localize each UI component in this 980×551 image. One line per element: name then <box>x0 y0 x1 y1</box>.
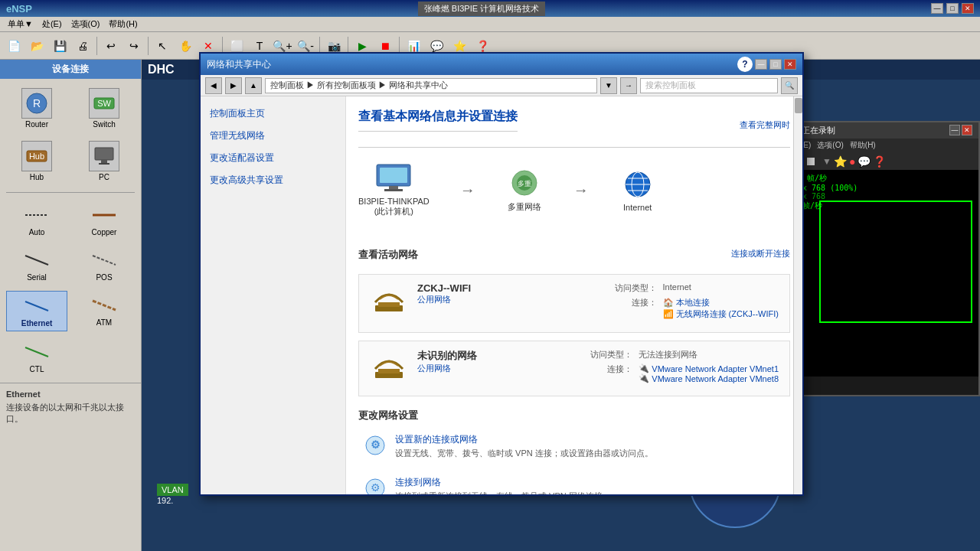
svg-line-11 <box>25 256 48 265</box>
connect-network-title[interactable]: 连接到网络 <box>395 476 786 489</box>
cp-close-button[interactable]: ✕ <box>784 59 796 70</box>
recording-star[interactable]: ⭐ <box>834 155 847 168</box>
change-item-new-connection[interactable]: ⚙ 设置新的连接或网络 设置无线、宽带、拨号、临时或 VPN 连接；或设置路由器… <box>358 429 790 464</box>
diagram-arrow1: → <box>460 181 475 199</box>
menu-item-help[interactable]: 帮助(H) <box>104 17 142 31</box>
svg-rect-6 <box>95 148 113 160</box>
up-button[interactable]: ▲ <box>245 77 262 94</box>
recording-minimize[interactable]: — <box>949 125 960 135</box>
ethernet-info-title: Ethernet <box>6 390 135 399</box>
title-bar-right: — □ ✕ <box>931 3 974 14</box>
nav-home[interactable]: 控制面板主页 <box>201 103 345 125</box>
ethernet-label: Ethernet <box>21 319 53 328</box>
search-box[interactable]: 搜索控制面板 <box>640 78 778 93</box>
refresh-button[interactable]: ▼ <box>600 77 617 94</box>
sidebar: 设备连接 R Router SW Switch Hub <box>0 60 142 551</box>
maximize-button[interactable]: □ <box>946 3 959 14</box>
app-logo: eNSP <box>6 3 32 15</box>
conn-pos[interactable]: POS <box>74 246 135 285</box>
address-bar: ◀ ▶ ▲ 控制面板 ▶ 所有控制面板项 ▶ 网络和共享中心 ▼ → 搜索控制面… <box>201 75 802 96</box>
cp-maximize-button[interactable]: □ <box>769 59 782 70</box>
close-button[interactable]: ✕ <box>962 3 974 14</box>
menu-item-edit[interactable]: 处(E) <box>38 17 67 31</box>
nav-adapter[interactable]: 更改适配器设置 <box>201 147 345 169</box>
menu-item-options[interactable]: 选项(O) <box>67 17 105 31</box>
tb-print[interactable]: 🖨 <box>72 35 93 57</box>
tb-undo[interactable]: ↩ <box>100 35 122 57</box>
sidebar-item-switch[interactable]: SW Switch <box>74 85 135 132</box>
sidebar-item-pc[interactable]: PC <box>74 138 135 184</box>
unknown-conn1[interactable]: 🔌 VMware Network Adapter VMnet1 <box>639 364 779 373</box>
recording-tb-btn2[interactable]: ⏹ <box>805 155 817 168</box>
disconnect-link[interactable]: 连接或断开连接 <box>731 248 790 259</box>
recording-menu-opts[interactable]: 选项(O) <box>817 140 843 151</box>
control-panel-window: 网络和共享中心 ? — □ ✕ ◀ ▶ ▲ 控制面板 ▶ 所有控制面板项 ▶ 网… <box>199 52 804 496</box>
conn-ctl[interactable]: CTL <box>6 337 67 377</box>
unknown-connect-label: 连接： <box>541 364 632 383</box>
recording-toolbar: ▶ ⏹ ▼ ⭐ ● 💬 ❓ <box>790 152 978 170</box>
recording-rec[interactable]: ● <box>849 155 855 168</box>
cp-scrollbar[interactable] <box>793 96 802 494</box>
recording-panel: - 正在录制 — ✕ 处(E) 选项(O) 帮助(H) ▶ ⏹ ▼ ⭐ ● <box>789 121 980 396</box>
svg-text:⚙: ⚙ <box>371 439 381 451</box>
svg-text:SW: SW <box>97 99 111 108</box>
ethernet-icon <box>22 295 51 318</box>
change-item-connect-network[interactable]: ⚙ 连接到网络 连接到或重新连接到无线、有线、拨号或 VPN 网络连接。 <box>358 471 790 494</box>
svg-line-13 <box>25 302 48 311</box>
new-connection-desc: 设置无线、宽带、拨号、临时或 VPN 连接；或设置路由器或访问点。 <box>395 448 786 459</box>
forward-button[interactable]: ▶ <box>225 77 242 94</box>
wifi-connect-label: 连接： <box>565 297 657 320</box>
cp-window-title: 网络和共享中心 <box>207 58 271 71</box>
conn-ethernet[interactable]: Ethernet <box>6 291 67 331</box>
tb-redo[interactable]: ↪ <box>123 35 145 57</box>
back-button[interactable]: ◀ <box>205 77 222 94</box>
sidebar-item-hub[interactable]: Hub Hub <box>6 138 67 184</box>
tb-new[interactable]: 📄 <box>3 35 24 57</box>
recording-help[interactable]: ❓ <box>873 155 886 168</box>
recording-title-bar: - 正在录制 — ✕ <box>790 122 978 139</box>
conn-atm[interactable]: ATM <box>74 291 135 331</box>
conn-copper[interactable]: Copper <box>74 201 135 240</box>
sidebar-divider-1 <box>6 192 135 193</box>
go-button[interactable]: → <box>620 77 637 94</box>
see-full-link[interactable]: 查看完整网时 <box>740 119 790 131</box>
tb-save[interactable]: 💾 <box>49 35 70 57</box>
nav-wireless[interactable]: 管理无线网络 <box>201 125 345 147</box>
recording-chat[interactable]: 💬 <box>858 155 871 168</box>
new-connection-title[interactable]: 设置新的连接或网络 <box>395 433 786 446</box>
nav-sharing[interactable]: 更改高级共享设置 <box>201 169 345 191</box>
toolbar-sep2 <box>148 37 149 55</box>
cp-help-button[interactable]: ? <box>737 57 753 72</box>
conn-auto[interactable]: Auto <box>6 201 67 240</box>
unknown-connections: 🔌 VMware Network Adapter VMnet1 🔌 VMware… <box>639 364 779 383</box>
svg-text:多重: 多重 <box>518 180 531 187</box>
wifi-conn1[interactable]: 🏠 本地连接 <box>663 297 779 308</box>
sidebar-item-router[interactable]: R Router <box>6 85 67 132</box>
wifi-conn2[interactable]: 📶 无线网络连接 (ZCKJ--WIFI) <box>663 308 779 320</box>
tb-pan[interactable]: ✋ <box>175 35 196 57</box>
svg-text:Hub: Hub <box>29 152 44 161</box>
recording-close[interactable]: ✕ <box>962 125 972 135</box>
recording-dropdown[interactable]: ▼ <box>822 156 831 167</box>
recording-menu-help[interactable]: 帮助(H) <box>850 140 876 151</box>
tb-cursor[interactable]: ↖ <box>152 35 173 57</box>
unknown-network-icon <box>370 349 408 383</box>
title-center: 张峰燃 BI3PIE 计算机网络技术 <box>418 2 545 16</box>
cp-content: 控制面板主页 管理无线网络 更改适配器设置 更改高级共享设置 查看基本网络信息并… <box>201 96 802 494</box>
new-connection-text: 设置新的连接或网络 设置无线、宽带、拨号、临时或 VPN 连接；或设置路由器或访… <box>395 433 786 459</box>
conn-serial[interactable]: Serial <box>6 246 67 285</box>
fps-display1: 00 帧/秒 <box>793 173 975 184</box>
unknown-name: 未识别的网络 <box>417 349 531 363</box>
switch-label: Switch <box>93 120 115 129</box>
cp-minimize-button[interactable]: — <box>755 59 767 70</box>
search-button[interactable]: 🔍 <box>781 77 798 94</box>
connect-network-desc: 连接到或重新连接到无线、有线、拨号或 VPN 网络连接。 <box>395 491 786 494</box>
address-path[interactable]: 控制面板 ▶ 所有控制面板项 ▶ 网络和共享中心 <box>265 78 597 93</box>
unknown-conn2[interactable]: 🔌 VMware Network Adapter VMnet8 <box>639 373 779 383</box>
tb-open[interactable]: 📂 <box>26 35 47 57</box>
minimize-button[interactable]: — <box>931 3 943 14</box>
change-section-title: 更改网络设置 <box>358 409 790 422</box>
scrollbar-thumb[interactable] <box>795 98 802 113</box>
change-network-section: 更改网络设置 ⚙ 设置新的连接或网络 设置无线、宽带、拨号、临时或 VPN 连接… <box>358 409 790 494</box>
menu-item-file[interactable]: 单单▼ <box>3 17 38 31</box>
